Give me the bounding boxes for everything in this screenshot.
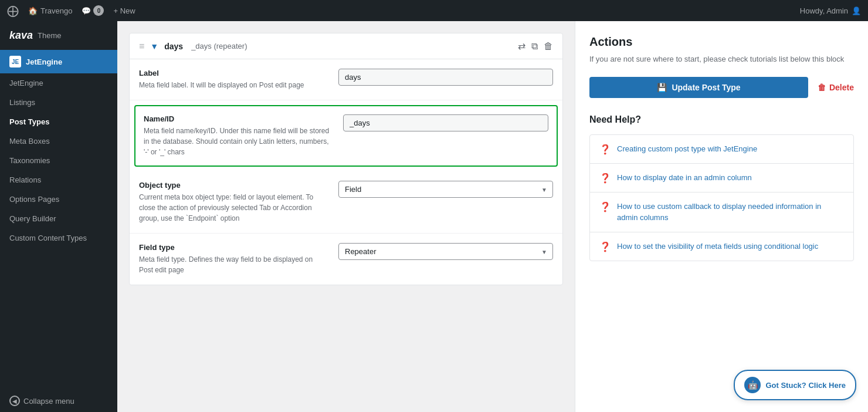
help-link-item-2[interactable]: ❓ How to use custom callback to display …	[590, 193, 853, 232]
delete-field-icon[interactable]: 🗑	[544, 41, 553, 52]
actions-desc: If you are not sure where to start, plea…	[589, 53, 854, 65]
nameid-input[interactable]	[343, 114, 548, 131]
sidebar-item-jetengine-header[interactable]: JE JetEngine	[0, 50, 117, 73]
objecttype-label-col: Object type Current meta box object type…	[139, 181, 327, 224]
field-subtitle: _days (repeater)	[191, 42, 247, 50]
sidebar-logo: kava Theme	[0, 21, 117, 50]
help-links-list: ❓ Creating custom post type with JetEngi…	[589, 134, 854, 261]
trash-icon: 🗑	[818, 83, 826, 92]
collapse-menu-button[interactable]: ◀ Collapse menu	[0, 390, 117, 412]
home-icon: 🏠	[28, 6, 38, 15]
sidebar-item-post-types[interactable]: Post Types	[0, 112, 117, 131]
drag-handle-icon[interactable]: ≡	[139, 41, 144, 52]
need-help-title: Need Help?	[589, 114, 854, 125]
user-info: Howdy, Admin 👤	[800, 6, 861, 15]
right-panel: Actions If you are not sure where to sta…	[575, 21, 868, 412]
help-link-text-3: How to set the visibility of meta fields…	[617, 241, 818, 252]
objecttype-field-row: Object type Current meta box object type…	[130, 171, 562, 234]
delete-post-type-button[interactable]: 🗑 Delete	[818, 83, 854, 92]
label-field-input-col	[338, 69, 553, 86]
help-link-text-0: Creating custom post type with JetEngine	[617, 143, 757, 155]
help-icon-0: ❓	[599, 144, 611, 155]
comments-link[interactable]: 💬 0	[82, 5, 104, 16]
help-link-text-2: How to use custom callback to display ne…	[617, 201, 844, 224]
help-link-item-3[interactable]: ❓ How to set the visibility of meta fiel…	[590, 232, 853, 261]
save-icon: 💾	[657, 83, 667, 92]
jetengine-icon: JE	[9, 56, 21, 67]
new-content-button[interactable]: + New	[113, 6, 135, 15]
field-card: ≡ ▼ days _days (repeater) ⇄ ⧉ 🗑 Label Me…	[129, 33, 563, 285]
actions-title: Actions	[589, 35, 854, 49]
sidebar-arrow	[116, 51, 117, 72]
help-link-text-1: How to display date in an admin column	[617, 172, 752, 184]
wp-logo-icon[interactable]: ⨁	[7, 4, 19, 18]
sidebar-item-relations[interactable]: Relations	[0, 170, 117, 190]
got-stuck-button[interactable]: 🤖 Got Stuck? Click Here	[734, 370, 856, 400]
field-card-header: ≡ ▼ days _days (repeater) ⇄ ⧉ 🗑	[130, 33, 562, 59]
nameid-label-col: Name/ID Meta field name/key/ID. Under th…	[144, 114, 331, 157]
nameid-field-name: Name/ID	[144, 114, 331, 123]
help-link-item-1[interactable]: ❓ How to display date in an admin column	[590, 164, 853, 193]
fieldtype-field-name: Field type	[139, 243, 327, 252]
topbar: ⨁ 🏠 Travengo 💬 0 + New Howdy, Admin 👤	[0, 0, 868, 21]
user-avatar: 👤	[852, 6, 861, 15]
field-title: days	[164, 42, 183, 51]
field-header-actions: ⇄ ⧉ 🗑	[518, 40, 553, 52]
main-layout: kava Theme JE JetEngine JetEngine Listin…	[0, 21, 868, 412]
fieldtype-field-row: Field type Meta field type. Defines the …	[130, 234, 562, 285]
sidebar-item-custom-content-types[interactable]: Custom Content Types	[0, 228, 117, 248]
objecttype-field-input-col: Field Layout	[338, 181, 553, 198]
objecttype-select[interactable]: Field Layout	[338, 181, 553, 198]
sidebar-item-meta-boxes[interactable]: Meta Boxes	[0, 131, 117, 151]
sidebar: kava Theme JE JetEngine JetEngine Listin…	[0, 21, 117, 412]
objecttype-field-desc: Current meta box object type: field or l…	[139, 192, 327, 224]
nameid-field-input-col	[343, 114, 548, 131]
objecttype-field-name: Object type	[139, 181, 327, 190]
sidebar-item-query-builder[interactable]: Query Builder	[0, 209, 117, 228]
help-icon-3: ❓	[599, 241, 611, 252]
label-field-label-col: Label Meta field label. It will be displ…	[139, 69, 327, 90]
fieldtype-select-wrapper: Repeater Text Number Date Select	[338, 243, 553, 260]
sidebar-item-options-pages[interactable]: Options Pages	[0, 190, 117, 209]
chevron-down-icon[interactable]: ▼	[150, 42, 158, 51]
label-input[interactable]	[338, 69, 553, 86]
got-stuck-icon: 🤖	[744, 377, 761, 393]
label-field-row: Label Meta field label. It will be displ…	[130, 59, 562, 100]
site-link[interactable]: 🏠 Travengo	[28, 6, 72, 15]
help-icon-2: ❓	[599, 201, 611, 212]
objecttype-select-wrapper: Field Layout	[338, 181, 553, 198]
fieldtype-field-input-col: Repeater Text Number Date Select	[338, 243, 553, 260]
update-post-type-button[interactable]: 💾 Update Post Type	[589, 77, 808, 98]
copy-icon[interactable]: ⧉	[531, 41, 538, 52]
center-panel: ≡ ▼ days _days (repeater) ⇄ ⧉ 🗑 Label Me…	[117, 21, 575, 412]
fieldtype-label-col: Field type Meta field type. Defines the …	[139, 243, 327, 275]
shuffle-icon[interactable]: ⇄	[518, 40, 525, 52]
sidebar-item-jetengine[interactable]: JetEngine	[0, 73, 117, 93]
label-field-desc: Meta field label. It will be displayed o…	[139, 80, 327, 90]
sidebar-item-taxonomies[interactable]: Taxonomies	[0, 151, 117, 170]
actions-row: 💾 Update Post Type 🗑 Delete	[589, 77, 854, 98]
help-icon-1: ❓	[599, 173, 611, 184]
help-link-item-0[interactable]: ❓ Creating custom post type with JetEngi…	[590, 135, 853, 164]
collapse-icon: ◀	[9, 396, 20, 406]
nameid-field-row: Name/ID Meta field name/key/ID. Under th…	[134, 105, 558, 167]
fieldtype-field-desc: Meta field type. Defines the way field t…	[139, 254, 327, 275]
comment-icon: 💬	[82, 6, 91, 15]
fieldtype-select[interactable]: Repeater Text Number Date Select	[338, 243, 553, 260]
label-field-name: Label	[139, 69, 327, 77]
sidebar-item-listings[interactable]: Listings	[0, 93, 117, 112]
nameid-field-desc: Meta field name/key/ID. Under this name …	[144, 126, 331, 157]
got-stuck-label: Got Stuck? Click Here	[765, 381, 846, 390]
